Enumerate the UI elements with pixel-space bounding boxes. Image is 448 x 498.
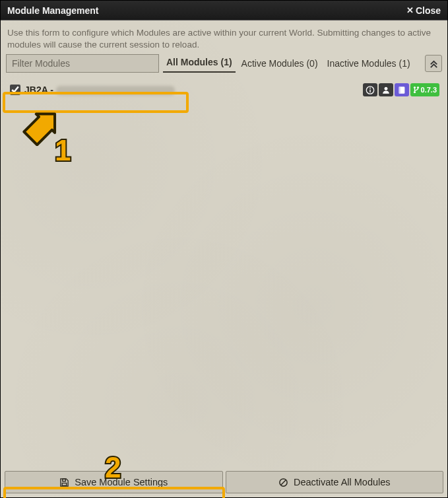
- deactivate-all-button[interactable]: Deactivate All Modules: [226, 471, 444, 493]
- book-icon: [397, 85, 406, 95]
- filter-modules-input[interactable]: [6, 54, 159, 73]
- controls-row: All Modules (1) Active Modules (0) Inact…: [1, 54, 447, 75]
- svg-rect-9: [62, 483, 67, 485]
- footer-buttons: Save Module Settings Deactivate All Modu…: [1, 467, 447, 497]
- tab-inactive-modules[interactable]: Inactive Modules (1): [324, 55, 414, 73]
- tab-all-modules[interactable]: All Modules (1): [163, 54, 236, 73]
- module-badges: 0.7.3: [363, 83, 439, 96]
- info-badge[interactable]: [363, 83, 377, 96]
- close-label: Close: [416, 5, 441, 16]
- module-name-link[interactable]: JB2A -: [24, 85, 175, 95]
- svg-point-8: [413, 91, 415, 93]
- svg-point-2: [369, 87, 371, 89]
- person-icon: [381, 85, 391, 95]
- chevrons-up-icon: [429, 59, 439, 69]
- branch-icon: [413, 86, 420, 94]
- svg-point-3: [384, 87, 387, 90]
- description-text: Use this form to configure which Modules…: [1, 20, 447, 54]
- close-icon: ✕: [406, 5, 414, 15]
- deactivate-label: Deactivate All Modules: [294, 477, 391, 487]
- close-button[interactable]: ✕ Close: [406, 5, 441, 16]
- tab-active-modules[interactable]: Active Modules (0): [238, 55, 321, 73]
- tabs: All Modules (1) Active Modules (0) Inact…: [163, 54, 421, 73]
- info-icon: [366, 85, 375, 95]
- module-list-spacer: [1, 99, 447, 467]
- save-module-settings-button[interactable]: Save Module Settings: [5, 471, 223, 493]
- titlebar: Module Management ✕ Close: [1, 1, 447, 20]
- svg-line-12: [280, 480, 286, 485]
- version-badge[interactable]: 0.7.3: [410, 83, 439, 96]
- save-label: Save Module Settings: [75, 477, 168, 487]
- ban-icon: [278, 478, 288, 487]
- svg-rect-5: [399, 87, 400, 94]
- content-area: Use this form to configure which Modules…: [1, 20, 447, 497]
- module-management-window: Module Management ✕ Close Use this form …: [0, 0, 448, 498]
- svg-rect-1: [369, 89, 370, 92]
- redacted-text: [56, 86, 175, 95]
- svg-point-7: [416, 87, 418, 89]
- module-row: JB2A - 0.7.3: [6, 81, 442, 99]
- save-icon: [59, 478, 69, 487]
- book-badge[interactable]: [395, 83, 409, 96]
- window-title: Module Management: [7, 5, 98, 16]
- collapse-all-button[interactable]: [425, 55, 442, 72]
- module-enable-checkbox[interactable]: [10, 85, 20, 95]
- svg-rect-10: [63, 479, 66, 481]
- svg-point-6: [413, 87, 415, 89]
- author-badge[interactable]: [379, 83, 393, 96]
